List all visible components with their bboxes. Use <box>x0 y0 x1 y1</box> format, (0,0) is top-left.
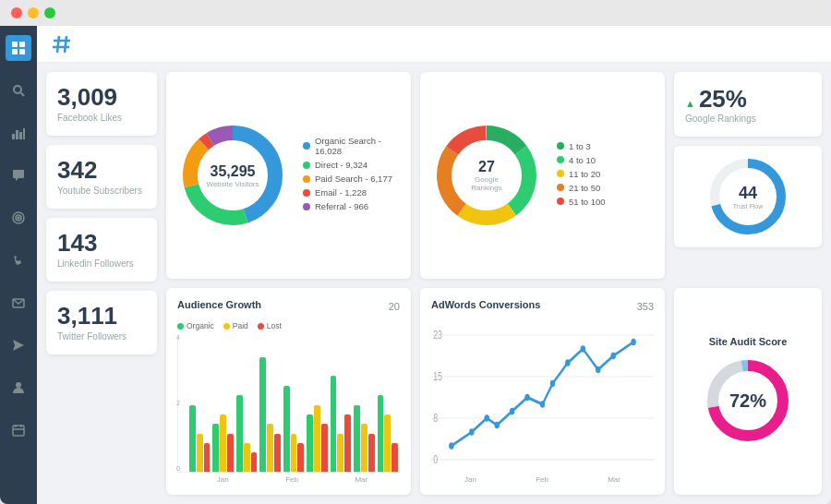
svg-marker-14 <box>13 340 24 351</box>
bar-paid <box>267 424 273 472</box>
legend-lost-bar <box>258 323 264 330</box>
sidebar-item-user[interactable] <box>6 375 31 401</box>
svg-text:8: 8 <box>433 412 438 425</box>
sidebar-item-mail[interactable] <box>6 290 31 316</box>
trust-flow-label: Trust Flow <box>733 203 763 210</box>
audience-growth-header: Audience Growth 20 <box>177 299 400 314</box>
audience-growth-card: Audience Growth 20 Organic Paid <box>166 288 411 495</box>
legend-dot-51to100 <box>557 198 564 205</box>
legend-direct: Direct - 9,324 <box>303 160 400 170</box>
svg-text:0: 0 <box>433 453 438 466</box>
bar-organic <box>307 414 313 472</box>
sidebar-item-calendar[interactable] <box>6 417 31 443</box>
minimize-button[interactable] <box>28 7 39 18</box>
legend-dot-referral <box>303 203 310 210</box>
bar-group <box>212 338 233 472</box>
dashboard-grid: 3,009 Facebook Likes 342 Youtube Subscri… <box>37 63 831 504</box>
logo <box>52 36 74 53</box>
sidebar-item-analytics[interactable] <box>6 120 31 146</box>
bar-group <box>259 338 280 472</box>
bar-lost <box>204 443 211 472</box>
audience-growth-legend: Organic Paid Lost <box>177 321 400 330</box>
bar-organic <box>212 424 219 472</box>
svg-rect-8 <box>19 132 22 139</box>
legend-referral: Referral - 966 <box>303 201 400 211</box>
svg-point-45 <box>469 428 474 436</box>
twitter-followers-card: 3,111 Twitter Followers <box>46 291 157 354</box>
legend-dot-4to10 <box>557 156 564 163</box>
bar-group <box>283 338 304 472</box>
trust-flow-value: 44 <box>733 184 763 203</box>
trust-flow-card: 44 Trust Flow <box>674 146 822 247</box>
bar-lost <box>344 414 351 472</box>
sidebar-item-target[interactable] <box>6 205 31 231</box>
legend-dot-organic <box>303 142 310 150</box>
bar-group <box>189 338 210 472</box>
svg-rect-1 <box>19 42 25 47</box>
twitter-followers-value: 3,111 <box>57 304 146 328</box>
legend-organic: Organic Search - 16,028 <box>303 136 400 156</box>
svg-point-54 <box>596 366 600 374</box>
facebook-likes-card: 3,009 Facebook Likes <box>46 72 157 136</box>
svg-rect-16 <box>13 426 24 436</box>
sidebar-item-chat[interactable] <box>6 162 31 188</box>
rank-arrow: ▲ <box>685 98 695 109</box>
google-rankings-legend: 1 to 3 4 to 10 11 to 20 21 to 50 <box>557 141 606 210</box>
bar-paid <box>314 405 320 473</box>
svg-point-47 <box>494 422 499 429</box>
svg-text:23: 23 <box>433 329 442 342</box>
svg-point-48 <box>510 408 514 415</box>
bar-organic <box>283 386 290 472</box>
google-rank-percent: 25% <box>699 85 747 114</box>
adwords-header: AdWords Conversions 353 <box>431 299 654 314</box>
sidebar-item-search[interactable] <box>6 78 31 103</box>
bar-group <box>236 338 257 472</box>
legend-dot-direct <box>303 162 310 169</box>
linkedin-followers-value: 143 <box>57 231 146 255</box>
twitter-followers-label: Twitter Followers <box>57 331 146 342</box>
close-button[interactable] <box>11 7 22 18</box>
legend-dot-1to3 <box>557 142 564 150</box>
bar-lost <box>297 443 304 472</box>
main-content: 3,009 Facebook Likes 342 Youtube Subscri… <box>37 26 831 504</box>
sidebar-item-phone[interactable] <box>6 247 31 273</box>
bar-organic <box>236 395 243 472</box>
bar-paid <box>361 424 367 472</box>
svg-point-56 <box>631 339 635 346</box>
legend-paid-bar <box>223 323 230 330</box>
youtube-subscribers-value: 342 <box>57 158 146 182</box>
bar-organic <box>378 395 384 472</box>
svg-point-46 <box>485 414 489 422</box>
app-window: 3,009 Facebook Likes 342 Youtube Subscri… <box>0 0 831 504</box>
legend-paid: Paid Search - 6,177 <box>303 174 400 184</box>
sidebar-item-dashboard[interactable] <box>6 35 31 61</box>
legend-dot-21to50 <box>557 184 564 191</box>
bar-paid <box>244 443 250 472</box>
google-rankings-label: 27 Google Rankings <box>459 159 514 192</box>
svg-rect-7 <box>16 130 18 139</box>
audience-growth-title: Audience Growth <box>177 299 261 310</box>
google-rankings-card: 27 Google Rankings 1 to 3 4 to 10 <box>420 72 665 279</box>
svg-point-44 <box>449 442 453 450</box>
svg-point-49 <box>524 394 529 402</box>
svg-point-15 <box>16 382 21 388</box>
sidebar <box>0 26 37 504</box>
sidebar-item-send[interactable] <box>6 332 31 358</box>
bar-paid <box>384 414 391 472</box>
svg-point-4 <box>14 86 21 93</box>
adwords-value: 353 <box>637 301 654 312</box>
svg-rect-2 <box>12 49 18 54</box>
legend-dot-11to20 <box>557 170 564 177</box>
svg-rect-0 <box>12 42 18 47</box>
bar-lost <box>251 452 258 472</box>
bar-organic <box>354 405 360 473</box>
svg-line-5 <box>21 93 25 97</box>
bar-organic <box>331 376 337 472</box>
linkedin-followers-label: Linkedin Followers <box>57 258 146 269</box>
svg-point-52 <box>565 359 570 366</box>
svg-rect-3 <box>19 49 25 54</box>
maximize-button[interactable] <box>44 7 55 18</box>
bar-group <box>354 338 374 472</box>
svg-line-21 <box>65 36 66 53</box>
site-audit-percent: 72% <box>729 390 766 411</box>
